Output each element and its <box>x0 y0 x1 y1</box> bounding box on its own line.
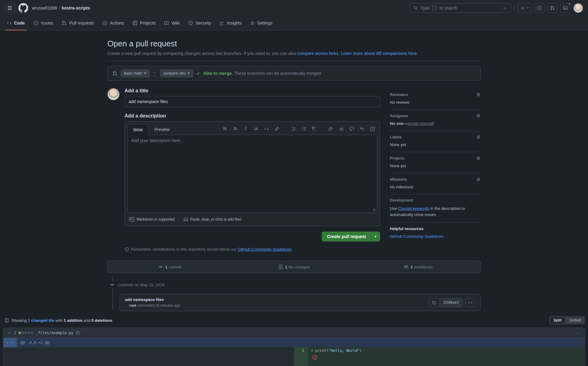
added-code-line[interactable]: + print("Hello, World") <box>308 349 585 353</box>
base-branch-selector[interactable]: base: main <box>121 69 150 77</box>
tab-security[interactable]: Security <box>184 16 215 30</box>
link-icon[interactable] <box>274 126 280 132</box>
changed-file-link[interactable]: 1 changed file <box>28 318 54 323</box>
sidebar-section-assignees: Assignees ⚙ No one—assign yourself <box>390 110 481 131</box>
chevron-down-icon <box>526 7 529 9</box>
create-pull-request-button[interactable]: Create pull request <box>322 232 371 241</box>
file-options-kebab-icon[interactable]: ··· <box>576 330 581 335</box>
compare-across-forks-link[interactable]: compare across forks <box>297 51 338 56</box>
diff-file-name-link[interactable]: _files/example.py <box>36 331 73 335</box>
mention-icon[interactable]: @ <box>339 126 344 132</box>
collapse-chevron-icon[interactable] <box>7 331 11 335</box>
tasklist-icon[interactable] <box>312 126 317 132</box>
issues-header-button[interactable] <box>535 3 544 13</box>
repo-nav: Code Issues Pull requests Actions Projec… <box>0 16 588 30</box>
copy-path-icon[interactable] <box>76 331 80 335</box>
tab-preview[interactable]: Preview <box>149 124 175 135</box>
attach-files-note[interactable]: Paste, drop, or click to add files <box>183 217 241 222</box>
description-field-label: Add a description <box>125 113 380 119</box>
breadcrumb-owner-link[interactable]: wrussell1999 <box>32 6 57 10</box>
line-number[interactable]: 1 <box>294 347 308 366</box>
hunk-header: @@ -0,0 +1 @@ <box>17 338 585 347</box>
gear-icon[interactable]: ⚙ <box>477 177 481 182</box>
sidebar-section-reviewers: Reviewers ⚙ No reviews <box>390 89 481 110</box>
heading-icon[interactable]: H <box>222 126 228 132</box>
tab-actions[interactable]: Actions <box>98 16 128 30</box>
italic-icon[interactable]: I <box>243 126 248 132</box>
pr-description-textarea[interactable] <box>128 135 377 212</box>
file-diff-icon <box>4 318 9 323</box>
markdown-supported-note[interactable]: Markdown is supported <box>129 217 175 222</box>
commit-sha-group: 2348ae3 <box>429 298 463 307</box>
diff-code-row: 1 + print("Hello, World") <box>3 347 585 366</box>
tab-write[interactable]: Write <box>127 124 149 135</box>
github-logo-icon[interactable] <box>18 3 28 13</box>
tab-insights[interactable]: Insights <box>215 16 246 30</box>
diff-summary: Showing 1 changed file with 1 addition a… <box>0 315 588 325</box>
commit-icon <box>110 281 115 288</box>
community-guidelines-link[interactable]: GitHub Community Guidelines <box>238 247 291 252</box>
diffstat-blocks-icon <box>18 332 33 334</box>
reply-icon[interactable] <box>359 126 365 132</box>
create-new-button[interactable] <box>517 3 532 13</box>
minus-circle-icon[interactable] <box>312 355 317 360</box>
git-compare-icon <box>113 71 117 76</box>
inbox-button[interactable] <box>560 3 570 13</box>
breadcrumb-repo-link[interactable]: kestra-scripts <box>62 6 90 10</box>
notification-dot <box>568 2 571 5</box>
contributors-stat[interactable]: 1 contributor <box>356 264 480 269</box>
expand-hunk-button[interactable]: ··· <box>3 338 17 347</box>
pr-sidebar: Reviewers ⚙ No reviews Assignees ⚙ No on… <box>390 88 481 252</box>
global-search-input[interactable]: Type / to search >_ <box>410 3 511 13</box>
commits-stat[interactable]: 1 commit <box>108 264 232 269</box>
commit-title-link[interactable]: add namespace files <box>125 297 180 302</box>
helpful-guidelines-link[interactable]: GitHub Community Guidelines <box>390 234 444 239</box>
gear-icon[interactable]: ⚙ <box>477 156 481 160</box>
diff-view-toggle: Split Unified <box>550 316 585 324</box>
gear-icon[interactable]: ⚙ <box>477 92 481 97</box>
browse-code-button[interactable] <box>465 298 475 307</box>
attach-file-icon[interactable] <box>328 126 334 132</box>
compare-branch-selector[interactable]: compare: dev <box>160 69 194 77</box>
ordered-list-icon[interactable] <box>291 126 296 132</box>
pull-requests-header-button[interactable] <box>548 3 557 13</box>
user-avatar[interactable] <box>573 3 583 13</box>
diff-left-pane-empty <box>3 347 294 366</box>
copy-sha-button[interactable] <box>429 299 440 307</box>
create-pull-request-dropdown[interactable] <box>371 232 380 241</box>
tab-wiki[interactable]: Wiki <box>160 16 184 30</box>
quote-icon[interactable] <box>253 126 259 132</box>
cross-reference-icon[interactable] <box>349 126 355 132</box>
file-diff-icon <box>278 264 283 269</box>
hamburger-menu-button[interactable] <box>5 3 15 13</box>
tab-settings[interactable]: ⚙ Settings <box>246 16 277 30</box>
diff-comparisons-link[interactable]: Learn more about diff comparisons here <box>341 51 417 56</box>
gear-icon[interactable]: ⚙ <box>477 135 481 139</box>
gear-icon[interactable]: ⚙ <box>477 114 481 118</box>
global-header: wrussell1999 / kestra-scripts Type / to … <box>0 0 588 16</box>
bold-icon[interactable]: B <box>233 126 238 132</box>
merge-status: Able to merge. These branches can be aut… <box>203 71 322 76</box>
pr-title-input[interactable] <box>125 96 380 107</box>
tab-code[interactable]: Code <box>2 16 29 30</box>
tab-projects[interactable]: Projects <box>128 16 160 30</box>
breadcrumb-separator: / <box>59 6 60 10</box>
assign-yourself-link[interactable]: assign yourself <box>407 121 434 126</box>
commit-sha-link[interactable]: 2348ae3 <box>440 299 463 307</box>
closing-keywords-link[interactable]: Closing keywords <box>398 206 429 211</box>
divider <box>107 61 481 61</box>
files-changed-stat[interactable]: 1 file changed <box>232 264 356 269</box>
unified-view-button[interactable]: Unified <box>566 316 585 324</box>
git-pull-request-icon <box>550 6 555 10</box>
resize-grip[interactable] <box>373 209 376 212</box>
code-icon[interactable] <box>264 126 269 132</box>
unordered-list-icon[interactable] <box>301 126 307 132</box>
command-palette-icon[interactable]: >_ <box>504 6 508 10</box>
tab-issues[interactable]: Issues <box>29 16 57 30</box>
split-view-button[interactable]: Split <box>550 316 566 324</box>
pr-stats-bar: 1 commit 1 file changed 1 contributor <box>107 261 481 273</box>
slash-commands-icon[interactable] <box>370 126 375 132</box>
commit-card: add namespace files root committed 35 mi… <box>120 294 481 311</box>
issue-opened-icon <box>537 6 542 10</box>
tab-pull-requests[interactable]: Pull requests <box>57 16 98 30</box>
